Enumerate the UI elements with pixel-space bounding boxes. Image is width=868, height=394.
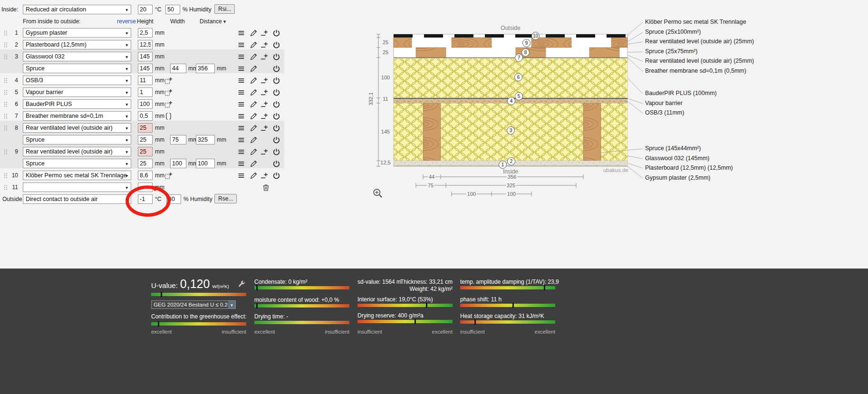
edit-layer-icon[interactable] — [250, 100, 258, 108]
layer-marker[interactable]: 6 — [514, 73, 522, 81]
material-select[interactable]: BauderPIR PLUS — [23, 99, 131, 109]
toggle-layer-icon[interactable] — [272, 172, 280, 180]
insert-layer-icon[interactable] — [260, 88, 268, 96]
distance-input[interactable] — [196, 135, 215, 144]
material-select[interactable]: Plasterboard (12,5mm) — [23, 40, 131, 49]
reverse-link[interactable]: reverse — [117, 18, 136, 25]
inside-surface-select[interactable]: Reduced air circulation — [23, 5, 131, 14]
rsi-button[interactable]: Rsi... — [214, 4, 235, 14]
toggle-layer-icon[interactable] — [272, 100, 280, 108]
edit-layer-icon[interactable] — [250, 77, 258, 85]
width-input[interactable] — [170, 135, 186, 144]
layer-menu-icon[interactable] — [237, 112, 245, 120]
inside-temperature-input[interactable] — [138, 5, 153, 14]
geg-standard-select[interactable]: GEG 2020/24 Bestand U ≤ 0.24 — [151, 300, 236, 309]
add-section-icon[interactable] — [164, 172, 173, 180]
layer-menu-icon[interactable] — [237, 124, 245, 132]
layer-marker[interactable]: 1 — [499, 161, 507, 169]
toggle-layer-icon[interactable] — [272, 77, 280, 85]
thickness-input[interactable] — [138, 183, 153, 192]
layer-marker[interactable]: 3 — [507, 126, 515, 135]
toggle-layer-icon[interactable] — [272, 124, 280, 132]
material-select[interactable]: Rear ventilated level (outside air) — [23, 123, 131, 133]
layer-menu-icon[interactable] — [237, 88, 245, 96]
edit-layer-icon[interactable] — [250, 65, 258, 73]
width-input[interactable] — [170, 64, 186, 73]
layer-menu-icon[interactable] — [237, 41, 245, 49]
layer-marker[interactable]: 2 — [507, 157, 515, 165]
thickness-input[interactable] — [138, 159, 153, 168]
layer-menu-icon[interactable] — [237, 100, 245, 108]
edit-layer-icon[interactable] — [250, 88, 258, 96]
material-select[interactable]: Glasswool 032 — [23, 52, 131, 61]
material-select[interactable]: Rear ventilated level (outside air) — [23, 147, 131, 156]
insert-layer-icon[interactable] — [260, 53, 268, 61]
edit-layer-icon[interactable] — [250, 148, 258, 156]
thickness-input[interactable] — [138, 147, 153, 156]
insert-layer-icon[interactable] — [260, 172, 268, 180]
toggle-layer-icon[interactable] — [272, 65, 280, 73]
thickness-input[interactable] — [138, 171, 153, 180]
insert-layer-icon[interactable] — [260, 100, 268, 108]
thickness-input[interactable] — [138, 28, 153, 38]
zoom-in-icon[interactable] — [373, 188, 383, 199]
toggle-layer-icon[interactable] — [272, 88, 280, 96]
layer-menu-icon[interactable] — [237, 136, 245, 144]
thickness-input[interactable] — [138, 99, 153, 109]
material-select[interactable]: Gypsum plaster — [23, 28, 131, 38]
thickness-input[interactable] — [138, 52, 153, 61]
distance-column-select[interactable]: Distance — [200, 18, 226, 25]
inside-humidity-input[interactable] — [165, 5, 180, 14]
thickness-input[interactable] — [138, 123, 153, 133]
toggle-layer-icon[interactable] — [272, 53, 280, 61]
material-select[interactable]: Spruce — [23, 64, 131, 73]
toggle-layer-icon[interactable] — [272, 136, 280, 144]
insert-layer-icon[interactable] — [260, 112, 268, 120]
thickness-input[interactable] — [138, 64, 153, 73]
layer-marker[interactable]: 4 — [507, 97, 515, 105]
toggle-layer-icon[interactable] — [272, 29, 280, 37]
insert-layer-icon[interactable] — [260, 124, 268, 132]
insert-layer-icon[interactable] — [260, 148, 268, 156]
distance-input[interactable] — [196, 64, 215, 73]
material-select[interactable]: Spruce — [23, 135, 131, 144]
wrench-icon[interactable] — [237, 280, 246, 288]
material-select[interactable] — [23, 183, 131, 192]
layer-menu-icon[interactable] — [237, 172, 245, 180]
distance-input[interactable] — [196, 159, 215, 168]
toggle-layer-icon[interactable] — [272, 41, 280, 49]
outside-temperature-input[interactable] — [138, 194, 153, 204]
layer-menu-icon[interactable] — [237, 77, 245, 85]
toggle-layer-icon[interactable] — [272, 112, 280, 120]
layer-menu-icon[interactable] — [237, 160, 245, 168]
thickness-input[interactable] — [138, 40, 153, 49]
rse-button[interactable]: Rse... — [214, 194, 237, 203]
material-select[interactable]: Vapour barrier — [23, 87, 131, 97]
layer-marker[interactable]: 5 — [515, 92, 523, 100]
layer-menu-icon[interactable] — [237, 29, 245, 37]
material-select[interactable]: Klöber Permo sec metal SK Trennlage — [23, 171, 131, 180]
layer-marker[interactable]: 8 — [521, 48, 530, 57]
layer-marker[interactable]: 9 — [522, 39, 530, 47]
thickness-input[interactable] — [138, 87, 153, 97]
edit-layer-icon[interactable] — [250, 124, 258, 132]
outside-surface-select[interactable]: Direct contact to outside air — [23, 194, 131, 204]
add-section-icon[interactable] — [164, 77, 173, 85]
add-section-icon[interactable] — [164, 88, 173, 96]
layer-marker[interactable]: 10 — [531, 32, 540, 40]
edit-layer-icon[interactable] — [250, 53, 258, 61]
outside-humidity-input[interactable] — [166, 194, 181, 204]
edit-layer-icon[interactable] — [250, 112, 258, 120]
width-input[interactable] — [170, 159, 186, 168]
layer-menu-icon[interactable] — [237, 65, 245, 73]
layer-menu-icon[interactable] — [237, 148, 245, 156]
edit-layer-icon[interactable] — [250, 136, 258, 144]
insert-layer-icon[interactable] — [260, 41, 268, 49]
material-select[interactable]: OSB/3 — [23, 76, 131, 85]
edit-layer-icon[interactable] — [250, 160, 258, 168]
thickness-input[interactable] — [138, 135, 153, 144]
add-section-icon[interactable] — [164, 100, 173, 108]
edit-layer-icon[interactable] — [250, 29, 258, 37]
thickness-input[interactable] — [138, 111, 153, 121]
material-select[interactable]: Breather membrane sd=0,1m — [23, 111, 131, 121]
